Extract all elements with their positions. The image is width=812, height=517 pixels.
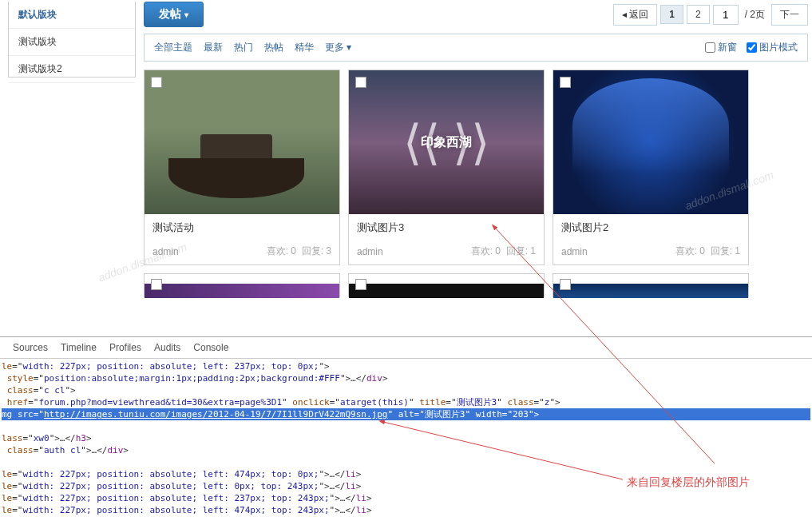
code-line[interactable] xyxy=(2,456,810,468)
filter-all-dropdown[interactable]: 全部主题 xyxy=(154,41,192,54)
thread-card[interactable]: 测试活动 admin 喜欢: 0 回复: 3 xyxy=(144,70,340,265)
thread-card[interactable]: 测试图片2 admin 喜欢: 0 回复: 1 xyxy=(553,70,749,265)
content-area: 发帖 ◂ 返回 1 2 / 2页 下一 全部主题 最新 热门 热帖 精华 更多 … xyxy=(144,0,808,332)
card-checkbox[interactable] xyxy=(355,279,366,290)
sidebar-item-test2[interactable]: 测试版块2 xyxy=(9,56,135,83)
card-stats: 喜欢: 0 回复: 3 xyxy=(267,245,331,258)
filter-bar: 全部主题 最新 热门 热帖 精华 更多 ▾ 新窗 图片模式 xyxy=(144,34,808,62)
sidebar: 默认版块 测试版块 测试版块2 xyxy=(8,2,136,78)
card-title[interactable]: 测试图片2 xyxy=(553,214,748,240)
code-line[interactable]: lass="xw0">…</h3> xyxy=(2,432,810,444)
devtools-tabs: Sources Timeline Profiles Audits Console xyxy=(0,337,812,359)
devtools-tab-timeline[interactable]: Timeline xyxy=(61,342,97,353)
devtools-tab-console[interactable]: Console xyxy=(193,342,228,353)
image-mode-toggle[interactable]: 图片模式 xyxy=(747,41,798,54)
card-stats: 喜欢: 0 回复: 1 xyxy=(471,245,536,258)
pager-back[interactable]: ◂ 返回 xyxy=(613,4,657,26)
card-checkbox[interactable] xyxy=(151,279,162,290)
code-line[interactable]: le="width: 227px; position: absolute; le… xyxy=(2,492,810,504)
card-title[interactable]: 测试图片3 xyxy=(349,214,544,240)
card-checkbox[interactable] xyxy=(560,77,571,88)
code-line[interactable]: le="width: 227px; position: absolute; le… xyxy=(2,360,810,372)
card-checkbox[interactable] xyxy=(560,279,571,290)
code-line[interactable]: href="forum.php?mod=viewthread&tid=30&ex… xyxy=(2,396,810,408)
code-line[interactable]: le="width: 227px; position: absolute; le… xyxy=(2,504,810,516)
card-author[interactable]: admin xyxy=(561,246,588,257)
card-stats: 喜欢: 0 回复: 1 xyxy=(675,245,740,258)
new-window-toggle[interactable]: 新窗 xyxy=(705,41,737,54)
card-thumbnail[interactable] xyxy=(553,70,748,214)
devtools-tab-profiles[interactable]: Profiles xyxy=(109,342,141,353)
filter-hot-posts[interactable]: 热帖 xyxy=(264,41,283,54)
card-thumbnail[interactable] xyxy=(145,70,339,214)
thread-card[interactable] xyxy=(553,273,749,297)
code-line[interactable] xyxy=(2,420,810,432)
devtools-elements-tree[interactable]: le="width: 227px; position: absolute; le… xyxy=(0,359,812,517)
filter-hot[interactable]: 热门 xyxy=(234,41,253,54)
pager-next[interactable]: 下一 xyxy=(771,4,808,26)
devtools-tab-sources[interactable]: Sources xyxy=(13,342,48,353)
card-thumbnail[interactable]: ⟨⟨ ⟩⟩ 印象西湖 xyxy=(349,70,544,214)
sidebar-item-test1[interactable]: 测试版块 xyxy=(9,29,135,56)
card-grid: 测试活动 admin 喜欢: 0 回复: 3 ⟨⟨ ⟩⟩ 印象西湖 测试图片3 … xyxy=(144,70,808,297)
pager: ◂ 返回 1 2 / 2页 下一 xyxy=(613,4,808,26)
annotation-text: 来自回复楼层的外部图片 xyxy=(627,475,750,490)
thread-card[interactable] xyxy=(348,273,545,297)
code-line-selected[interactable]: mg src="http://images.tuniu.com/images/2… xyxy=(2,408,810,420)
card-author[interactable]: admin xyxy=(357,246,383,257)
devtools-panel: Sources Timeline Profiles Audits Console… xyxy=(0,336,812,517)
code-line[interactable]: class="c cl"> xyxy=(2,384,810,396)
card-checkbox[interactable] xyxy=(151,77,162,88)
sidebar-item-default[interactable]: 默认版块 xyxy=(9,2,135,29)
card-title[interactable]: 测试活动 xyxy=(145,214,339,240)
devtools-tab-audits[interactable]: Audits xyxy=(154,342,180,353)
code-line[interactable]: class="auth cl">…</div> xyxy=(2,444,810,456)
pager-input[interactable] xyxy=(713,5,739,25)
filter-essence[interactable]: 精华 xyxy=(295,41,314,54)
card-checkbox[interactable] xyxy=(355,77,366,88)
filter-more-dropdown[interactable]: 更多 ▾ xyxy=(325,41,351,54)
new-window-checkbox[interactable] xyxy=(705,42,715,53)
pager-total: / 2页 xyxy=(742,8,768,22)
thread-card[interactable] xyxy=(144,273,340,297)
card-author[interactable]: admin xyxy=(152,246,179,257)
image-mode-checkbox[interactable] xyxy=(747,42,757,53)
code-line[interactable]: style="position:absolute;margin:1px;padd… xyxy=(2,372,810,384)
filter-newest[interactable]: 最新 xyxy=(204,41,223,54)
post-button[interactable]: 发帖 xyxy=(144,2,204,27)
pager-page-1[interactable]: 1 xyxy=(660,5,683,24)
pager-page-2[interactable]: 2 xyxy=(687,5,710,24)
thread-card[interactable]: ⟨⟨ ⟩⟩ 印象西湖 测试图片3 admin 喜欢: 0 回复: 1 xyxy=(348,70,545,265)
